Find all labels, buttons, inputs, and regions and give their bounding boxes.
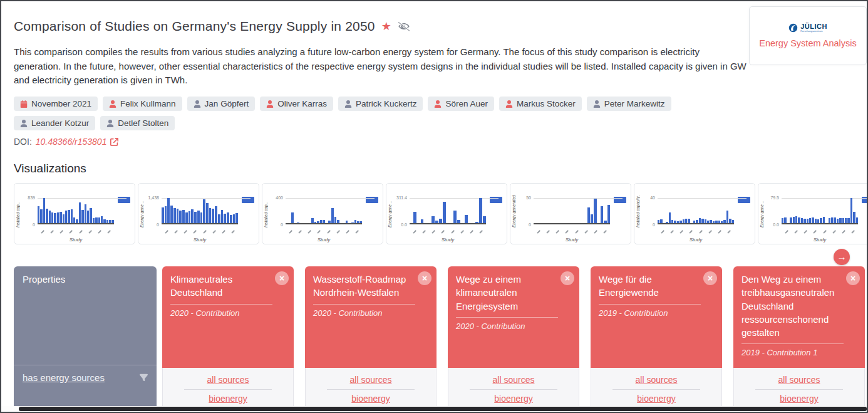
scrollbar-thumb[interactable] <box>19 407 867 411</box>
bar <box>346 221 348 223</box>
y-min-tick: 0 <box>634 222 655 227</box>
bar <box>820 218 822 223</box>
x-axis-label: Study <box>38 237 114 243</box>
cell-link-bioenergy[interactable]: bioenergy <box>591 390 721 408</box>
close-icon[interactable]: × <box>418 271 431 285</box>
bar <box>59 212 61 223</box>
bar <box>189 211 191 223</box>
bar <box>162 207 164 223</box>
cell-link-all-sources[interactable]: all sources <box>306 371 436 389</box>
bar <box>81 210 83 223</box>
close-icon[interactable]: × <box>561 271 574 285</box>
author-badge[interactable]: Detlef Stolten <box>100 116 175 130</box>
bar <box>49 211 51 223</box>
author-badge[interactable]: Jan Göpfert <box>187 97 256 111</box>
visualization-thumbnail[interactable]: Energy gene... 1,438 0 Study <box>138 183 259 244</box>
x-tick <box>661 230 664 233</box>
cell-link-bioenergy[interactable]: bioenergy <box>306 390 436 408</box>
study-title[interactable]: Wasserstoff-Roadmap Nordrhein-Westfalen <box>313 273 415 300</box>
study-title[interactable]: Klimaneutrales Deutschland <box>170 273 272 300</box>
cell-link-all-sources[interactable]: all sources <box>734 371 864 389</box>
close-icon[interactable]: × <box>275 271 289 285</box>
x-tick <box>699 230 702 233</box>
comparison-description: This comparison compiles the results fro… <box>14 45 748 88</box>
comparison-page: { "header": { "title": "Comparison of St… <box>0 0 868 413</box>
user-icon <box>109 100 116 108</box>
scroll-right-button[interactable]: → <box>834 249 850 265</box>
bar <box>314 222 317 223</box>
bar <box>801 218 803 223</box>
study-subtitle: 2020 - Contribution <box>170 308 272 318</box>
unlisted-eye-slash-icon[interactable] <box>398 21 410 31</box>
bar <box>483 216 486 223</box>
author-badge[interactable]: Felix Kullmann <box>103 97 182 111</box>
cell-link-all-sources[interactable]: all sources <box>591 371 721 389</box>
bar <box>666 222 668 223</box>
property-label[interactable]: has energy sources <box>23 372 105 383</box>
x-axis-label: Study <box>162 237 238 243</box>
user-icon <box>266 100 274 108</box>
external-link-icon[interactable] <box>110 138 118 146</box>
bar <box>658 220 659 223</box>
featured-star-icon[interactable]: ★ <box>381 21 391 32</box>
x-tick <box>670 230 673 233</box>
date-badge: November 2021 <box>14 97 98 111</box>
juelich-tagline: Forschungszentrum <box>800 30 827 33</box>
visualization-thumbnail[interactable]: Energy gene... 311.4 0.0 Study <box>386 183 507 244</box>
horizontal-scrollbar[interactable] <box>1 406 867 412</box>
x-tick <box>346 230 349 233</box>
bar <box>218 214 220 223</box>
author-badge[interactable]: Peter Markewitz <box>587 97 671 111</box>
filter-icon[interactable] <box>140 374 148 382</box>
study-title[interactable]: Wege für die Energiewende <box>599 273 701 300</box>
doi-label: DOI: <box>14 137 32 147</box>
author-badge[interactable]: Patrick Kuckertz <box>338 97 423 111</box>
study-title[interactable]: Den Weg zu einem treibhausgasneutralen D… <box>741 273 844 339</box>
x-tick <box>59 230 63 233</box>
bar <box>235 213 238 223</box>
cell-link-bioenergy[interactable]: bioenergy <box>734 390 864 408</box>
visualization-thumbnail[interactable]: Energy gene... 79.5 0.0 Study <box>758 183 867 244</box>
x-tick <box>470 230 473 233</box>
institute-name[interactable]: Energy System Analysis <box>759 38 857 48</box>
x-tick <box>165 230 168 233</box>
visualization-thumbnail[interactable]: Installed capacity [GW] 40 0 Study <box>634 183 755 244</box>
doi-link[interactable]: 10.48366/r153801 <box>36 137 107 147</box>
badge-label: Leander Kotzur <box>31 118 89 128</box>
x-tick <box>442 230 445 233</box>
cell-link-bioenergy[interactable]: bioenergy <box>163 390 293 408</box>
visualization-thumbnail[interactable]: Energy generated [... 50 0 Study <box>510 183 631 244</box>
bar <box>351 222 354 224</box>
x-tick <box>575 230 578 233</box>
bar <box>177 209 179 223</box>
cell-link-all-sources[interactable]: all sources <box>448 371 579 389</box>
bar-series <box>782 198 858 224</box>
cell-link-all-sources[interactable]: all sources <box>163 371 293 389</box>
x-tick <box>431 230 435 233</box>
x-tick <box>679 230 683 233</box>
x-tick <box>222 230 225 233</box>
visualization-thumbnail[interactable]: Installed cap... 400 0 Study <box>262 183 383 244</box>
juelich-swirl-icon <box>788 23 798 33</box>
bar <box>182 210 185 223</box>
author-badge[interactable]: Markus Stocker <box>499 97 582 111</box>
visualization-thumbnail[interactable]: Installed cap... 839 0 Study <box>14 183 135 244</box>
author-badge[interactable]: Sören Auer <box>428 97 494 111</box>
close-icon[interactable]: × <box>846 271 860 285</box>
bar <box>227 212 229 223</box>
author-badge[interactable]: Oliver Karras <box>260 97 333 111</box>
cell-link-bioenergy[interactable]: bioenergy <box>448 390 579 408</box>
close-icon[interactable]: × <box>703 271 717 285</box>
plot-area <box>782 198 858 224</box>
x-tick <box>41 230 44 233</box>
study-title[interactable]: Wege zu einem klimaneutralen Energiesyst… <box>456 273 558 313</box>
user-icon <box>194 100 201 108</box>
bar <box>200 212 203 223</box>
bar <box>334 217 337 223</box>
author-badge[interactable]: Leander Kotzur <box>14 116 95 130</box>
bar <box>40 209 42 223</box>
bar <box>718 221 720 223</box>
bar <box>43 198 45 223</box>
bar <box>215 206 217 223</box>
bar <box>191 209 194 223</box>
